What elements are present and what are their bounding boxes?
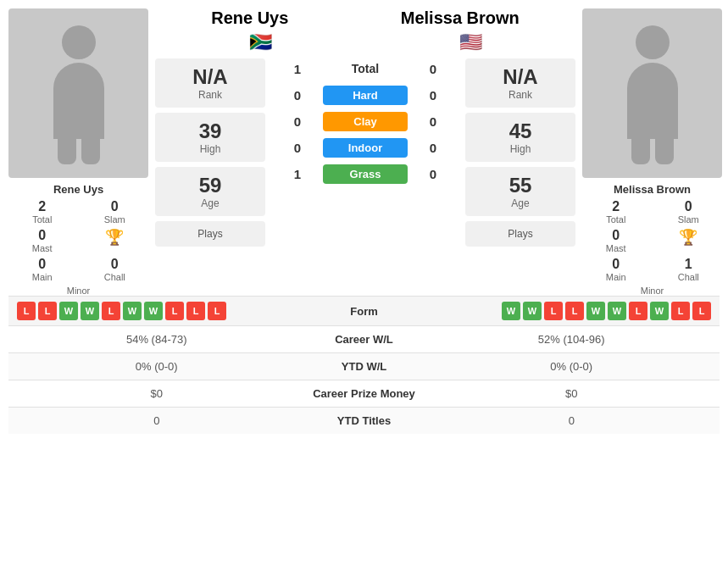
grass-score-row: 1 Grass 0 <box>272 164 458 184</box>
left-chall-label: Chall <box>104 272 125 282</box>
ytd-wl-left: 0% (0-0) <box>17 360 297 373</box>
form-badge-l: L <box>692 302 711 320</box>
grass-label: Grass <box>323 164 408 184</box>
right-flag: 🇺🇸 <box>459 31 482 53</box>
right-total-label: Total <box>606 214 625 225</box>
form-badge-l: L <box>186 302 205 320</box>
left-main-cell: 0 Main <box>8 257 76 282</box>
form-badge-l: L <box>671 302 690 320</box>
left-total-label: Total <box>32 214 52 225</box>
total-right-score: 0 <box>408 62 458 76</box>
top-section: Rene Uys 2 Total 0 Slam 0 Mast 🏆 <box>8 8 720 296</box>
left-player-column: Rene Uys 2 Total 0 Slam 0 Mast 🏆 <box>8 8 148 296</box>
right-mast-cell: 0 Mast <box>582 228 650 253</box>
right-main-cell: 0 Main <box>582 257 650 282</box>
ytd-wl-label: YTD W/L <box>297 360 432 373</box>
left-stats-grid: 2 Total 0 Slam 0 Mast 🏆 0 Main <box>8 199 148 296</box>
form-badge-l: L <box>565 302 584 320</box>
hard-score-row: 0 Hard 0 <box>272 86 458 105</box>
right-rank-label: Rank <box>472 89 569 101</box>
right-rank-value: N/A <box>472 65 569 89</box>
hard-left-score: 0 <box>272 88 323 103</box>
right-high-value: 45 <box>472 119 569 143</box>
prize-money-label: Career Prize Money <box>297 387 432 400</box>
left-plays-label: Plays <box>197 228 222 240</box>
left-chall-cell: 0 Chall <box>81 257 149 282</box>
form-badge-l: L <box>17 302 36 320</box>
career-wl-row: 54% (84-73) Career W/L 52% (104-96) <box>8 325 720 352</box>
clay-score-row: 0 Clay 0 <box>272 112 458 131</box>
ytd-titles-left: 0 <box>17 414 297 427</box>
clay-right-score: 0 <box>408 114 458 129</box>
left-age-value: 59 <box>162 174 258 197</box>
ytd-titles-right: 0 <box>432 414 712 427</box>
career-wl-label: Career W/L <box>297 333 432 346</box>
left-player-name: Rene Uys <box>53 183 103 196</box>
left-mast-label: Mast <box>32 243 53 253</box>
right-silhouette <box>619 25 686 161</box>
right-player-column: Melissa Brown 2 Total 0 Slam 0 Mast 🏆 <box>582 8 722 296</box>
form-badge-l: L <box>38 302 57 320</box>
career-wl-left: 54% (84-73) <box>17 333 297 346</box>
total-left-score: 1 <box>272 62 323 76</box>
right-leg-2 <box>655 139 674 164</box>
indoor-label: Indoor <box>323 138 408 158</box>
left-leg-2 <box>81 139 100 164</box>
indoor-right-score: 0 <box>408 141 458 155</box>
center-flags-row: 🇿🇦 🇺🇸 <box>155 31 575 53</box>
right-trophy-icon: 🏆 <box>679 228 697 247</box>
left-mast-cell: 0 Mast <box>8 228 76 253</box>
left-rank-box: N/A Rank <box>155 58 265 108</box>
left-silhouette <box>45 25 113 161</box>
right-silhouette-head <box>636 25 670 59</box>
left-flag: 🇿🇦 <box>249 31 272 53</box>
left-stat-boxes: N/A Rank 39 High 59 Age Plays <box>155 58 265 247</box>
form-badge-l: L <box>629 302 647 320</box>
right-trophy-cell: 🏆 <box>655 228 723 253</box>
right-chall-value: 1 <box>685 257 692 272</box>
right-chall-label: Chall <box>678 272 699 282</box>
career-wl-right: 52% (104-96) <box>432 333 712 346</box>
right-player-photo <box>582 8 722 178</box>
center-scores: 1 Total 0 0 Hard 0 0 Clay 0 <box>272 58 458 247</box>
right-slam-label: Slam <box>678 214 699 225</box>
form-badge-w: W <box>123 302 142 320</box>
ytd-wl-row: 0% (0-0) YTD W/L 0% (0-0) <box>8 352 720 380</box>
indoor-score-row: 0 Indoor 0 <box>272 138 458 158</box>
form-badge-w: W <box>144 302 163 320</box>
right-total-value: 2 <box>612 199 620 214</box>
left-main-value: 0 <box>38 257 46 272</box>
left-mast-value: 0 <box>38 228 46 243</box>
right-total-cell: 2 Total <box>582 199 650 225</box>
form-badge-l: L <box>102 302 120 320</box>
hard-label: Hard <box>323 86 408 105</box>
left-player-photo <box>8 8 148 178</box>
left-total-value: 2 <box>38 199 46 214</box>
prize-money-right: $0 <box>432 387 712 400</box>
right-slam-value: 0 <box>685 199 692 214</box>
grass-right-score: 0 <box>408 167 458 181</box>
left-minor-cell: Minor <box>8 286 148 296</box>
ytd-wl-right: 0% (0-0) <box>432 360 712 373</box>
left-slam-value: 0 <box>111 199 119 214</box>
form-badge-w: W <box>502 302 520 320</box>
left-silhouette-body <box>53 63 104 139</box>
left-form-badges: LLWWLWWLLL <box>17 302 297 320</box>
form-badge-w: W <box>523 302 542 320</box>
right-chall-cell: 1 Chall <box>655 257 723 282</box>
center-names-row: Rene Uys Melissa Brown <box>155 8 575 28</box>
ytd-titles-label: YTD Titles <box>297 414 432 427</box>
form-badge-l: L <box>208 302 226 320</box>
left-rank-value: N/A <box>162 65 258 89</box>
right-form-badges: WWLLWWLWLL <box>432 302 712 320</box>
right-stats-grid: 2 Total 0 Slam 0 Mast 🏆 0 Main <box>582 199 722 296</box>
scores-and-stats: N/A Rank 39 High 59 Age Plays <box>155 58 575 247</box>
grass-left-score: 1 <box>272 167 323 181</box>
left-leg-1 <box>58 139 76 164</box>
right-silhouette-body <box>627 63 678 139</box>
hard-right-score: 0 <box>408 88 458 103</box>
left-trophy-icon: 🏆 <box>105 228 124 247</box>
left-high-value: 39 <box>162 119 258 143</box>
right-plays-box: Plays <box>465 221 575 247</box>
form-badge-w: W <box>59 302 78 320</box>
